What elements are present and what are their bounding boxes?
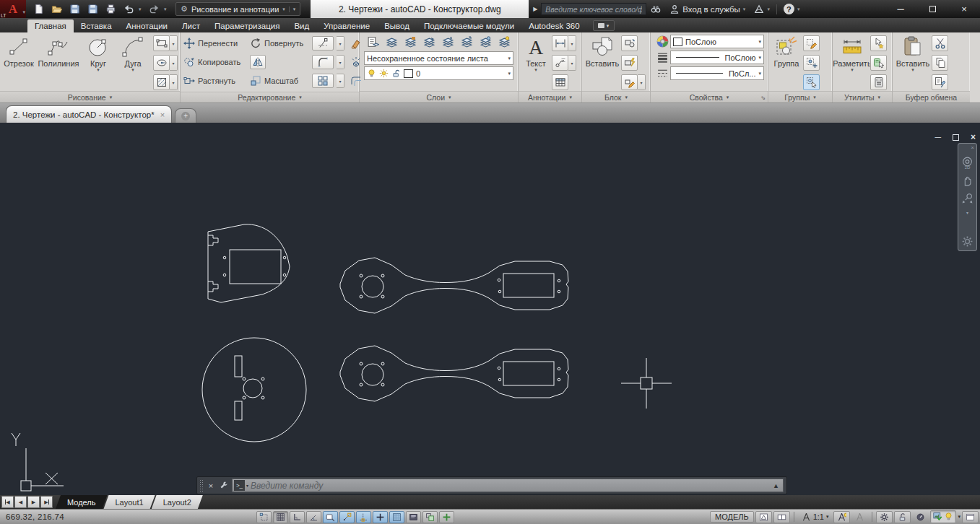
panel-title-clipboard[interactable]: Буфер обмена [893,91,970,102]
new-file-button[interactable] [30,1,47,17]
layer-match-button[interactable] [383,34,401,50]
array-dropdown[interactable]: ▾ [337,74,344,88]
doc-restore-button[interactable] [953,134,959,141]
panel-title-groups[interactable]: Группы▾ [768,91,832,102]
app-menu-button[interactable]: A LT ▾ [0,0,26,18]
group-button[interactable]: Группа [770,35,803,91]
line-button[interactable]: Отрезок [1,35,36,91]
leader-button[interactable] [552,55,568,71]
tab-output[interactable]: Вывод [377,19,417,32]
quick-view-layouts-button[interactable] [755,511,772,523]
doc-minimize-button[interactable]: ─ [935,132,941,142]
save-button[interactable] [66,1,83,17]
infer-constraints-toggle[interactable] [256,511,272,523]
layer-combobox[interactable]: 0 ▾ [364,66,513,80]
tab-annotate[interactable]: Аннотации [119,19,175,32]
move-button[interactable]: Перенести [183,38,250,49]
trim-button[interactable] [312,36,334,51]
annotation-scale-button[interactable]: 1:1 ▾ [798,512,833,522]
command-customize-button[interactable] [217,481,230,491]
scale-button[interactable]: Масштаб [250,75,312,87]
layer-state-combobox[interactable]: Несохраненное состояние листа ▾ [364,51,513,65]
layer-unisolate-button[interactable] [458,34,476,50]
command-history-button[interactable]: ▲ [773,482,779,489]
next-layout-button[interactable]: ▶ [27,496,40,508]
dialog-launcher-icon[interactable]: ⇘ [760,95,766,101]
layer-off-button[interactable] [495,34,513,50]
panel-title-modify[interactable]: Редактирование▾ [181,92,359,102]
annotation-monitor-toggle[interactable] [439,511,454,523]
copy-button[interactable]: Копировать [183,56,250,68]
toolbar-lock-button[interactable] [894,511,911,523]
navbar-settings-button[interactable] [961,235,974,248]
ungroup-button[interactable] [803,35,820,51]
tab-manage[interactable]: Управление [316,19,377,32]
tab-home[interactable]: Главная [27,19,74,32]
zoom-extents-button[interactable] [961,192,974,204]
lineweight-toggle[interactable] [389,511,404,523]
drawing-round-plate[interactable] [202,338,306,442]
hatch-button[interactable] [153,74,170,90]
panel-title-layers[interactable]: Слои▾ [360,91,518,102]
group-edit-button[interactable] [803,55,820,71]
table-button[interactable] [552,74,568,90]
linetype-combobox[interactable]: ПоСл... ▾ [670,66,764,80]
command-input[interactable] [251,481,773,491]
cut-button[interactable] [932,35,948,51]
trim-dropdown[interactable]: ▾ [337,36,344,51]
layer-isolate-button[interactable] [439,34,457,50]
minimize-button[interactable]: ─ [885,0,916,18]
snap-mode-toggle[interactable] [273,511,288,523]
layer-current-button[interactable] [402,34,420,50]
dimension-dropdown[interactable]: ▾ [568,35,576,51]
stretch-button[interactable]: Растянуть [183,75,250,87]
workspace-switcher[interactable]: ⚙ Рисование и аннотации ▾ ▾ [175,2,300,16]
dock-drag-handle[interactable] [199,479,204,492]
drawing-arm-upper[interactable] [340,258,568,313]
lineweight-combobox[interactable]: ПоСлою ▾ [670,51,764,64]
qat-customize-icon[interactable]: ▾ [289,6,296,12]
tab-insert[interactable]: Вставка [74,19,119,32]
panel-title-draw[interactable]: Рисование▾ [0,91,180,102]
plot-button[interactable] [103,1,119,17]
search-expand-button[interactable]: ▶ [530,3,540,15]
annotation-visibility-button[interactable] [833,511,850,523]
leader-dropdown[interactable]: ▾ [568,55,576,71]
redo-button[interactable] [146,1,162,17]
array-button[interactable] [312,74,334,88]
isolate-objects-button[interactable] [933,512,942,523]
polar-tracking-toggle[interactable] [339,511,355,523]
dimension-button[interactable] [552,35,568,51]
open-file-button[interactable] [48,1,65,17]
calculator-button[interactable] [870,74,887,90]
model-paper-toggle[interactable]: МОДЕЛЬ [710,511,754,523]
hatch-dropdown[interactable]: ▾ [170,74,178,90]
close-icon[interactable]: × [160,110,165,119]
chevron-down-icon[interactable]: ▾ [246,483,248,488]
paste-button[interactable]: Вставить ▾ [894,35,932,91]
selection-cycling-toggle[interactable] [422,511,438,523]
autodesk360-button[interactable]: ▾ [750,1,774,17]
restore-button[interactable] [916,0,948,18]
block-attribute-button[interactable] [621,55,638,71]
tab-layout[interactable]: Лист [175,19,207,32]
create-block-button[interactable] [621,35,638,51]
ribbon-display-toggle[interactable]: ▾ [593,20,615,31]
fillet-dropdown[interactable]: ▾ [337,55,344,69]
object-color-combobox[interactable]: ПоСлою ▾ [670,35,764,48]
undo-dropdown[interactable]: ▾ [139,6,144,12]
polyline-button[interactable]: Полилиния [36,35,81,91]
layer-freeze-button[interactable] [477,34,495,50]
drawing-top-plate[interactable] [208,224,290,302]
ortho-toggle[interactable] [306,511,321,523]
quick-properties-toggle[interactable] [406,511,421,523]
doc-close-button[interactable]: × [971,132,976,142]
last-layout-button[interactable]: ▶ [40,496,53,508]
layer-previous-button[interactable] [420,34,438,50]
panel-title-utilities[interactable]: Утилиты▾ [833,91,892,102]
quick-select-button[interactable] [870,35,887,51]
drawing-tab[interactable]: 2. Чертежи - autoCAD - Конструктор* × [6,105,172,123]
zoom-dropdown[interactable]: ▾ [966,210,968,215]
group-selection-toggle[interactable] [803,74,820,90]
undo-button[interactable] [121,1,137,17]
